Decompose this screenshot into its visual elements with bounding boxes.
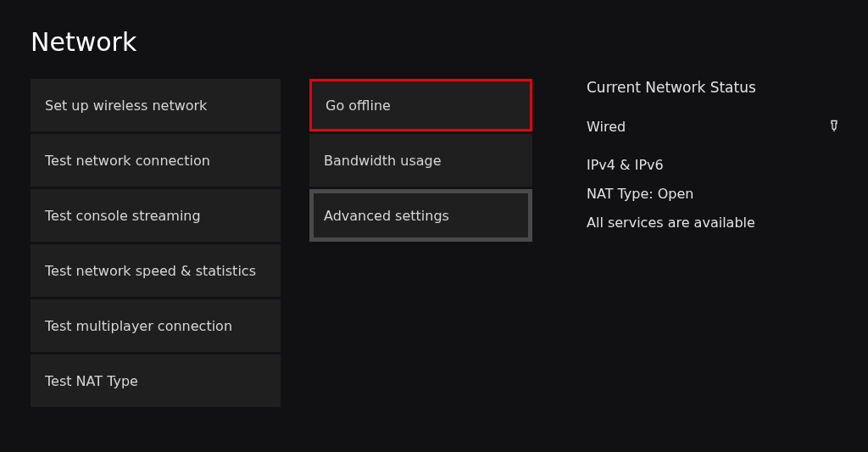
button-label: Go offline — [326, 98, 391, 114]
button-label: Set up wireless network — [45, 98, 207, 114]
button-label: Test multiplayer connection — [45, 318, 232, 334]
button-label: Test console streaming — [45, 208, 201, 224]
services-status: All services are available — [587, 216, 841, 230]
button-label: Advanced settings — [324, 208, 449, 224]
test-nat-button[interactable]: Test NAT Type — [31, 354, 281, 407]
button-label: Bandwidth usage — [324, 153, 442, 169]
network-status-panel: Current Network Status Wired IPv4 & IPv6… — [587, 79, 841, 407]
advanced-settings-button[interactable]: Advanced settings — [309, 189, 532, 242]
button-label: Test network connection — [45, 153, 210, 169]
wired-icon — [827, 119, 841, 135]
test-streaming-button[interactable]: Test console streaming — [31, 189, 281, 242]
nat-type: NAT Type: Open — [587, 187, 841, 201]
status-header: Current Network Status — [587, 81, 841, 95]
go-offline-button[interactable]: Go offline — [309, 79, 532, 131]
setup-wireless-button[interactable]: Set up wireless network — [31, 79, 281, 131]
connection-type: Wired — [587, 120, 626, 134]
button-label: Test network speed & statistics — [45, 263, 256, 279]
bandwidth-usage-button[interactable]: Bandwidth usage — [309, 134, 532, 187]
ip-versions: IPv4 & IPv6 — [587, 159, 841, 172]
test-multiplayer-button[interactable]: Test multiplayer connection — [31, 299, 281, 352]
test-connection-button[interactable]: Test network connection — [31, 134, 281, 187]
settings-column-right: Go offline Bandwidth usage Advanced sett… — [309, 79, 532, 407]
settings-column-left: Set up wireless network Test network con… — [31, 79, 281, 407]
button-label: Test NAT Type — [45, 373, 138, 389]
page-title: Network — [0, 0, 868, 79]
test-speed-button[interactable]: Test network speed & statistics — [31, 244, 281, 297]
